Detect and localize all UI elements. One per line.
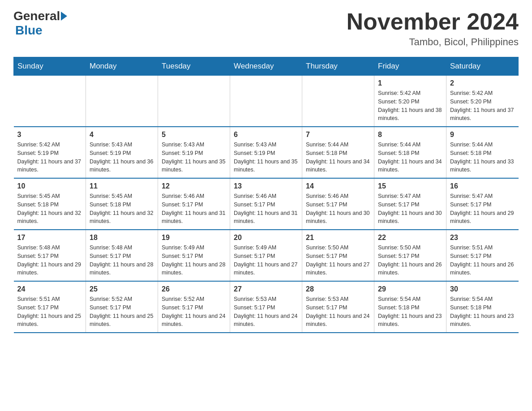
day-info: Sunrise: 5:47 AMSunset: 5:17 PMDaylight:…	[378, 192, 442, 226]
calendar-cell: 23Sunrise: 5:51 AMSunset: 5:17 PMDayligh…	[446, 230, 519, 281]
calendar-cell: 22Sunrise: 5:50 AMSunset: 5:17 PMDayligh…	[374, 230, 446, 281]
calendar-cell: 28Sunrise: 5:53 AMSunset: 5:17 PMDayligh…	[302, 281, 374, 333]
calendar-cell: 17Sunrise: 5:48 AMSunset: 5:17 PMDayligh…	[14, 230, 86, 281]
calendar-cell: 21Sunrise: 5:50 AMSunset: 5:17 PMDayligh…	[302, 230, 374, 281]
day-number: 30	[450, 285, 515, 293]
calendar-cell	[302, 76, 374, 127]
calendar-cell: 20Sunrise: 5:49 AMSunset: 5:17 PMDayligh…	[230, 230, 302, 281]
day-info: Sunrise: 5:48 AMSunset: 5:17 PMDaylight:…	[90, 244, 154, 277]
calendar-cell: 14Sunrise: 5:46 AMSunset: 5:17 PMDayligh…	[302, 178, 374, 230]
calendar-cell: 4Sunrise: 5:43 AMSunset: 5:19 PMDaylight…	[86, 127, 158, 178]
calendar-cell	[230, 76, 302, 127]
calendar-table: SundayMondayTuesdayWednesdayThursdayFrid…	[13, 57, 519, 333]
calendar-cell: 26Sunrise: 5:52 AMSunset: 5:17 PMDayligh…	[158, 281, 230, 333]
day-number: 2	[450, 79, 515, 87]
calendar-week-3: 10Sunrise: 5:45 AMSunset: 5:18 PMDayligh…	[14, 178, 519, 230]
day-number: 19	[162, 234, 226, 242]
day-info: Sunrise: 5:43 AMSunset: 5:19 PMDaylight:…	[162, 141, 226, 174]
day-info: Sunrise: 5:42 AMSunset: 5:19 PMDaylight:…	[17, 141, 82, 174]
calendar-cell: 8Sunrise: 5:44 AMSunset: 5:18 PMDaylight…	[374, 127, 446, 178]
day-number: 29	[378, 285, 442, 293]
calendar-cell: 24Sunrise: 5:51 AMSunset: 5:17 PMDayligh…	[14, 281, 86, 333]
day-info: Sunrise: 5:43 AMSunset: 5:19 PMDaylight:…	[90, 141, 154, 174]
logo-arrow-icon	[61, 12, 67, 21]
calendar-week-5: 24Sunrise: 5:51 AMSunset: 5:17 PMDayligh…	[14, 281, 519, 333]
day-info: Sunrise: 5:49 AMSunset: 5:17 PMDaylight:…	[234, 244, 298, 277]
calendar-week-4: 17Sunrise: 5:48 AMSunset: 5:17 PMDayligh…	[14, 230, 519, 281]
day-info: Sunrise: 5:53 AMSunset: 5:17 PMDaylight:…	[234, 295, 298, 329]
calendar-cell: 1Sunrise: 5:42 AMSunset: 5:20 PMDaylight…	[374, 76, 446, 127]
day-info: Sunrise: 5:42 AMSunset: 5:20 PMDaylight:…	[378, 89, 442, 123]
day-number: 14	[306, 182, 370, 190]
day-number: 15	[378, 182, 442, 190]
calendar-cell: 15Sunrise: 5:47 AMSunset: 5:17 PMDayligh…	[374, 178, 446, 230]
day-info: Sunrise: 5:46 AMSunset: 5:17 PMDaylight:…	[306, 192, 370, 226]
day-number: 26	[162, 285, 226, 293]
day-info: Sunrise: 5:43 AMSunset: 5:19 PMDaylight:…	[234, 141, 298, 174]
calendar-cell: 5Sunrise: 5:43 AMSunset: 5:19 PMDaylight…	[158, 127, 230, 178]
day-number: 3	[17, 131, 82, 139]
calendar-cell: 9Sunrise: 5:44 AMSunset: 5:18 PMDaylight…	[446, 127, 519, 178]
calendar-cell: 30Sunrise: 5:54 AMSunset: 5:18 PMDayligh…	[446, 281, 519, 333]
day-number: 20	[234, 234, 298, 242]
day-number: 7	[306, 131, 370, 139]
calendar-cell: 12Sunrise: 5:46 AMSunset: 5:17 PMDayligh…	[158, 178, 230, 230]
calendar-header: SundayMondayTuesdayWednesdayThursdayFrid…	[14, 57, 519, 76]
day-number: 11	[90, 182, 154, 190]
day-info: Sunrise: 5:44 AMSunset: 5:18 PMDaylight:…	[378, 141, 442, 174]
day-number: 10	[17, 182, 82, 190]
day-number: 23	[450, 234, 515, 242]
calendar-cell: 29Sunrise: 5:54 AMSunset: 5:18 PMDayligh…	[374, 281, 446, 333]
calendar-cell: 25Sunrise: 5:52 AMSunset: 5:17 PMDayligh…	[86, 281, 158, 333]
location-subtitle: Tambo, Bicol, Philippines	[347, 36, 519, 48]
day-header-sunday: Sunday	[14, 57, 86, 76]
calendar-cell: 18Sunrise: 5:48 AMSunset: 5:17 PMDayligh…	[86, 230, 158, 281]
logo-text: General	[13, 9, 68, 23]
day-info: Sunrise: 5:44 AMSunset: 5:18 PMDaylight:…	[306, 141, 370, 174]
day-info: Sunrise: 5:46 AMSunset: 5:17 PMDaylight:…	[234, 192, 298, 226]
calendar-cell: 19Sunrise: 5:49 AMSunset: 5:17 PMDayligh…	[158, 230, 230, 281]
day-number: 12	[162, 182, 226, 190]
month-title: November 2024	[347, 9, 519, 34]
logo-general: General	[13, 9, 60, 23]
day-number: 6	[234, 131, 298, 139]
day-info: Sunrise: 5:46 AMSunset: 5:17 PMDaylight:…	[162, 192, 226, 226]
day-info: Sunrise: 5:45 AMSunset: 5:18 PMDaylight:…	[90, 192, 154, 226]
day-header-saturday: Saturday	[446, 57, 519, 76]
day-info: Sunrise: 5:52 AMSunset: 5:17 PMDaylight:…	[90, 295, 154, 329]
page-header: General Blue November 2024 Tambo, Bicol,…	[13, 9, 519, 48]
day-info: Sunrise: 5:52 AMSunset: 5:17 PMDaylight:…	[162, 295, 226, 329]
day-number: 21	[306, 234, 370, 242]
day-number: 4	[90, 131, 154, 139]
day-number: 17	[17, 234, 82, 242]
day-header-tuesday: Tuesday	[158, 57, 230, 76]
day-info: Sunrise: 5:53 AMSunset: 5:17 PMDaylight:…	[306, 295, 370, 329]
calendar-cell	[86, 76, 158, 127]
calendar-week-2: 3Sunrise: 5:42 AMSunset: 5:19 PMDaylight…	[14, 127, 519, 178]
calendar-cell: 13Sunrise: 5:46 AMSunset: 5:17 PMDayligh…	[230, 178, 302, 230]
calendar-cell	[158, 76, 230, 127]
calendar-cell: 11Sunrise: 5:45 AMSunset: 5:18 PMDayligh…	[86, 178, 158, 230]
day-info: Sunrise: 5:51 AMSunset: 5:17 PMDaylight:…	[450, 244, 515, 277]
day-info: Sunrise: 5:45 AMSunset: 5:18 PMDaylight:…	[17, 192, 82, 226]
calendar-cell: 3Sunrise: 5:42 AMSunset: 5:19 PMDaylight…	[14, 127, 86, 178]
calendar-cell: 6Sunrise: 5:43 AMSunset: 5:19 PMDaylight…	[230, 127, 302, 178]
day-info: Sunrise: 5:42 AMSunset: 5:20 PMDaylight:…	[450, 89, 515, 123]
day-number: 16	[450, 182, 515, 190]
calendar-cell: 7Sunrise: 5:44 AMSunset: 5:18 PMDaylight…	[302, 127, 374, 178]
calendar-cell: 10Sunrise: 5:45 AMSunset: 5:18 PMDayligh…	[14, 178, 86, 230]
day-number: 28	[306, 285, 370, 293]
day-info: Sunrise: 5:49 AMSunset: 5:17 PMDaylight:…	[162, 244, 226, 277]
day-number: 9	[450, 131, 515, 139]
day-info: Sunrise: 5:50 AMSunset: 5:17 PMDaylight:…	[378, 244, 442, 277]
day-number: 24	[17, 285, 82, 293]
day-number: 27	[234, 285, 298, 293]
day-info: Sunrise: 5:44 AMSunset: 5:18 PMDaylight:…	[450, 141, 515, 174]
day-info: Sunrise: 5:47 AMSunset: 5:17 PMDaylight:…	[450, 192, 515, 226]
logo-blue: Blue	[15, 23, 43, 37]
calendar-cell	[14, 76, 86, 127]
day-number: 1	[378, 79, 442, 87]
logo: General Blue	[13, 9, 68, 38]
day-header-wednesday: Wednesday	[230, 57, 302, 76]
day-info: Sunrise: 5:54 AMSunset: 5:18 PMDaylight:…	[450, 295, 515, 329]
